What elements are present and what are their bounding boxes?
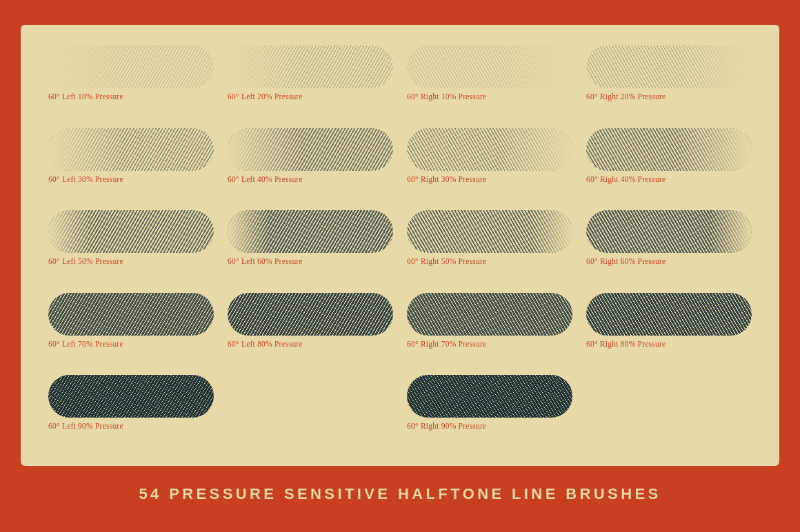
brush-cell: 60° Right 90% Pressure	[407, 375, 572, 430]
brush-label: 60° Right 90% Pressure	[407, 422, 486, 430]
brush-label: 60° Left 50% Pressure	[48, 257, 123, 265]
brush-row-4: 60° Left 70% Pressure60° Left 80% Pressu…	[48, 293, 752, 370]
brush-label: 60° Left 90% Pressure	[48, 422, 123, 430]
brush-stroke	[228, 293, 393, 336]
brush-cell: 60° Left 80% Pressure	[228, 293, 393, 348]
brush-row-5: 60° Left 90% Pressure60° Right 90% Press…	[48, 375, 752, 452]
outer-container: 60° Left 10% Pressure60° Left 20% Pressu…	[21, 25, 779, 507]
brush-stroke	[228, 210, 393, 253]
brush-stroke	[48, 45, 214, 88]
brush-stroke	[407, 45, 572, 88]
brush-cell: 60° Right 50% Pressure	[407, 210, 572, 265]
brush-cell: 60° Left 60% Pressure	[228, 210, 393, 265]
brush-label: 60° Left 40% Pressure	[228, 175, 303, 183]
brush-label: 60° Right 20% Pressure	[586, 92, 666, 101]
brush-label: 60° Left 10% Pressure	[48, 92, 123, 101]
brush-label: 60° Right 80% Pressure	[586, 340, 666, 348]
brush-label: 60° Left 30% Pressure	[48, 175, 123, 183]
brush-stroke	[586, 45, 752, 88]
brush-stroke	[48, 128, 214, 171]
brush-label: 60° Right 10% Pressure	[407, 92, 486, 101]
brush-label: 60° Left 70% Pressure	[48, 340, 123, 348]
brush-cell: 60° Left 70% Pressure	[48, 293, 214, 348]
brush-cell: 60° Left 10% Pressure	[48, 45, 214, 101]
brush-stroke	[586, 128, 752, 171]
brush-stroke	[586, 293, 752, 336]
brush-cell: 60° Right 60% Pressure	[586, 210, 752, 265]
brush-stroke	[407, 375, 572, 418]
brush-cell: 60° Right 80% Pressure	[586, 293, 752, 348]
brush-cell: 60° Right 70% Pressure	[407, 293, 572, 348]
brush-stroke	[586, 210, 752, 253]
brush-stroke	[407, 210, 572, 253]
brush-cell: 60° Right 30% Pressure	[407, 128, 572, 183]
brush-label: 60° Right 40% Pressure	[586, 175, 666, 183]
brush-label: 60° Left 20% Pressure	[228, 92, 303, 101]
brush-stroke	[407, 293, 572, 336]
brush-stroke	[48, 293, 214, 336]
brush-cell: 60° Left 30% Pressure	[48, 128, 214, 183]
brush-cell: 60° Right 10% Pressure	[407, 45, 572, 101]
brush-cell: 60° Right 20% Pressure	[586, 45, 752, 101]
brush-stroke	[407, 128, 572, 171]
brush-stroke	[228, 128, 393, 171]
brush-stroke	[48, 375, 214, 418]
brush-label: 60° Right 50% Pressure	[407, 257, 486, 265]
brush-label: 60° Left 80% Pressure	[228, 340, 303, 348]
brush-cell: 60° Left 40% Pressure	[228, 128, 393, 183]
brush-cell: 60° Right 40% Pressure	[586, 128, 752, 183]
brush-label: 60° Right 60% Pressure	[586, 257, 666, 265]
brush-row-1: 60° Left 10% Pressure60° Left 20% Pressu…	[48, 45, 752, 123]
brush-stroke	[228, 45, 393, 88]
brush-cell: 60° Left 50% Pressure	[48, 210, 214, 265]
bottom-label: 54 PRESSURE SENSITIVE HALFTONE LINE BRUS…	[139, 477, 661, 507]
brush-row-3: 60° Left 50% Pressure60° Left 60% Pressu…	[48, 210, 752, 287]
brush-label: 60° Right 30% Pressure	[407, 175, 486, 183]
brush-cell: 60° Left 20% Pressure	[228, 45, 393, 101]
brush-label: 60° Left 60% Pressure	[228, 257, 303, 265]
brush-label: 60° Right 70% Pressure	[407, 340, 486, 348]
brush-row-2: 60° Left 30% Pressure60° Left 40% Pressu…	[48, 128, 752, 205]
canvas-area: 60° Left 10% Pressure60° Left 20% Pressu…	[21, 25, 779, 466]
brush-cell: 60° Left 90% Pressure	[48, 375, 214, 430]
brush-stroke	[48, 210, 214, 253]
